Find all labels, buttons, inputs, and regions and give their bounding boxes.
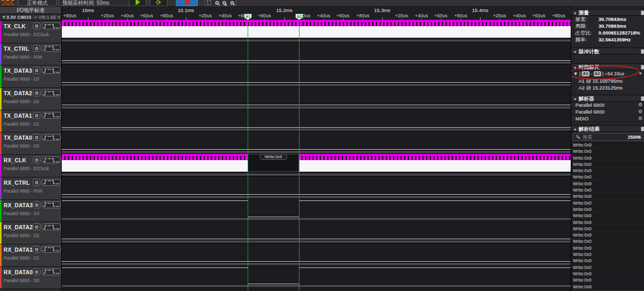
mode-select[interactable]: 正常模式 (18, 0, 57, 6)
channel-block[interactable]: RX_DATA2⚙Parallel 6800 - D2 (0, 222, 61, 244)
decode-result-row[interactable]: Write:0x9 (571, 284, 644, 290)
trigger-fall-icon[interactable] (51, 68, 55, 73)
trigger-fall-icon[interactable] (51, 158, 55, 163)
decode-result-row[interactable]: Write:0x0 (571, 238, 644, 244)
channel-block[interactable]: TX_DATA0⚙Parallel 6800 - D0 (0, 132, 61, 155)
stop-button[interactable] (176, 0, 198, 6)
section-decode-results[interactable]: ▼解析结果 (571, 125, 644, 132)
trigger-fall-icon[interactable] (51, 24, 55, 29)
decode-result-row[interactable]: Write:0x0 (571, 277, 644, 283)
zoom-out-icon[interactable]: - (230, 1, 234, 5)
trigger-high-icon[interactable] (47, 180, 51, 185)
trigger-low-icon[interactable] (55, 247, 60, 252)
decoder-settings-gear-icon[interactable]: ⚙ (638, 102, 642, 108)
cursor-a1-line[interactable] (248, 20, 248, 291)
trigger-low-icon[interactable] (55, 91, 60, 96)
decode-result-row[interactable]: Write:0x9 (571, 155, 644, 161)
waveform-row-rx_data2[interactable] (62, 221, 571, 243)
trigger-fall-icon[interactable] (51, 180, 55, 185)
channel-settings-gear-icon[interactable]: ⚙ (33, 134, 40, 141)
trigger-rise-icon[interactable] (43, 46, 47, 51)
channel-block[interactable]: RX_DATA3⚙Parallel 6800 - D3 (0, 200, 61, 222)
trigger-rise-icon[interactable] (43, 247, 47, 252)
decoder-row[interactable]: MDIO⚙ (571, 115, 644, 122)
trigger-rise-icon[interactable] (43, 91, 47, 96)
trigger-rise-icon[interactable] (43, 68, 47, 73)
trigger-low-icon[interactable] (55, 269, 60, 274)
trigger-rise-icon[interactable] (43, 24, 47, 29)
decode-result-row[interactable]: Write:0x9 (571, 271, 644, 277)
waveform-area[interactable]: Write:0x9 15ms15.1ms15.2ms15.3ms15.4ms15… (62, 7, 571, 291)
waveform-row-tx_data0[interactable] (62, 131, 571, 154)
trigger-rise-icon[interactable] (43, 225, 47, 230)
trigger-low-icon[interactable] (55, 113, 60, 118)
channel-block[interactable]: RX_DATA1⚙Parallel 6800 - D1 (0, 244, 61, 267)
decoder-row[interactable]: Parallel 6800⚙ (571, 108, 644, 115)
trigger-fall-icon[interactable] (51, 247, 55, 252)
trigger-rise-icon[interactable] (43, 135, 47, 140)
channel-settings-gear-icon[interactable]: ⚙ (33, 45, 40, 52)
sample-time-field[interactable]: 预期采样时间: 50ms (59, 0, 131, 6)
trigger-high-icon[interactable] (47, 269, 51, 274)
trigger-low-icon[interactable] (55, 46, 60, 51)
decode-result-row[interactable]: Write:0x0 (571, 148, 644, 154)
decoder-settings-gear-icon[interactable]: ⚙ (638, 108, 642, 115)
row-collapse-icon[interactable]: ▼ (638, 70, 642, 77)
trigger-low-icon[interactable] (55, 202, 60, 207)
decode-result-row[interactable]: Write:0x9 (571, 181, 644, 187)
section-toggle-button[interactable] (641, 10, 644, 15)
channel-settings-gear-icon[interactable]: ⚙ (33, 223, 40, 230)
trigger-low-icon[interactable] (55, 180, 60, 185)
trigger-rise-icon[interactable] (43, 269, 47, 274)
channel-settings-gear-icon[interactable]: ⚙ (33, 246, 40, 253)
waveform-row-tx_ctrl[interactable] (62, 42, 571, 65)
decode-result-row[interactable]: Write:0x9 (571, 167, 644, 174)
play-button[interactable] (129, 0, 147, 6)
section-toggle-button[interactable] (641, 49, 644, 54)
waveform-row-tx_data1[interactable] (62, 109, 571, 132)
section-toggle-button[interactable] (641, 65, 644, 70)
trigger-low-icon[interactable] (55, 158, 60, 163)
trigger-rise-icon[interactable] (43, 202, 47, 207)
channel-block[interactable]: RX_CTRL⚙Parallel 6800 - R/W (0, 177, 61, 200)
a2-position[interactable]: A2 @ 15.223125ms (571, 84, 644, 91)
channel-settings-gear-icon[interactable]: ⚙ (33, 112, 40, 119)
decode-result-row[interactable]: Write:0x0 (571, 226, 644, 232)
section-time-ruler[interactable]: ▼时间标尺 (571, 63, 644, 70)
channel-settings-gear-icon[interactable]: ⚙ (33, 89, 40, 96)
waveform-row-tx_clk[interactable] (62, 20, 571, 42)
channel-block[interactable]: TX_DATA1⚙Parallel 6800 - D1 (0, 110, 61, 133)
zoom-fit-icon[interactable] (215, 1, 219, 5)
trigger-low-icon[interactable] (55, 68, 60, 73)
channel-settings-gear-icon[interactable]: ⚙ (33, 23, 40, 29)
decoder-row[interactable]: Parallel 6800⚙ (571, 102, 644, 108)
section-toggle-button[interactable] (641, 127, 644, 131)
waveform-row-rx_clk[interactable]: Write:0x9 (62, 154, 571, 176)
section-measure[interactable]: ▼测量 (571, 9, 644, 16)
decode-result-row[interactable]: Write:0x9 (571, 193, 644, 199)
selection-frame-icon[interactable] (207, 1, 211, 5)
channel-block[interactable]: TX_DATA3⚙Parallel 6800 - D3 (0, 65, 61, 88)
trigger-fall-icon[interactable] (51, 135, 55, 140)
trigger-high-icon[interactable] (47, 202, 51, 207)
decode-result-row[interactable]: Write:0x0 (571, 212, 644, 219)
decode-result-row[interactable]: Write:0x9 (571, 258, 644, 264)
trigger-high-icon[interactable] (47, 135, 51, 140)
section-toggle-button[interactable] (641, 96, 644, 101)
channel-settings-gear-icon[interactable]: ⚙ (33, 67, 40, 74)
a1-position[interactable]: A1 @ 15.168795ms (571, 77, 644, 84)
waveform-row-rx_data1[interactable] (62, 243, 571, 266)
decode-result-row[interactable]: Write:0x9 (571, 142, 644, 148)
decode-result-row[interactable]: Write:0x0 (571, 264, 644, 271)
channel-block[interactable]: RX_CLK⚙Parallel 6800 - E/Clock (0, 155, 61, 177)
waveform-row-tx_data3[interactable] (62, 64, 571, 87)
waveform-row-tx_data2[interactable] (62, 87, 571, 109)
trigger-high-icon[interactable] (47, 91, 51, 96)
trigger-high-icon[interactable] (47, 24, 51, 29)
trigger-rise-icon[interactable] (43, 180, 47, 185)
zoom-in-icon[interactable]: + (223, 1, 226, 5)
channel-settings-gear-icon[interactable]: ⚙ (33, 179, 40, 186)
decode-search-box[interactable]: 搜索 25006 (573, 133, 642, 141)
trigger-rise-icon[interactable] (43, 158, 47, 163)
decoder-settings-gear-icon[interactable]: ⚙ (638, 115, 642, 122)
